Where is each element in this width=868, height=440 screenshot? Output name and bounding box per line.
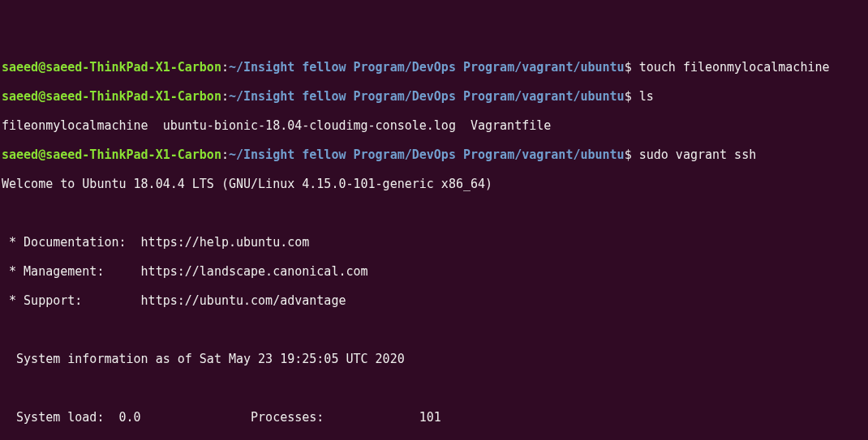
blank <box>2 323 866 337</box>
prompt-host: saeed-ThinkPad-X1-Carbon <box>45 147 221 162</box>
prompt-line-3[interactable]: saeed@saeed-ThinkPad-X1-Carbon:~/Insight… <box>2 147 866 162</box>
prompt-user: saeed <box>2 60 38 75</box>
doc-label: * Documentation: <box>2 235 141 250</box>
at: @ <box>38 60 45 75</box>
colon: : <box>221 147 229 162</box>
prompt-path: ~/Insight fellow Program/DevOps Program/… <box>229 147 625 162</box>
sysinfo-row: System load: 0.0 Processes: 101 <box>2 410 866 425</box>
colon: : <box>221 89 229 104</box>
cmd-touch: touch fileonmylocalmachine <box>639 60 830 75</box>
support-url[interactable]: https://ubuntu.com/advantage <box>141 293 346 308</box>
prompt-host: saeed-ThinkPad-X1-Carbon <box>45 60 221 75</box>
dollar: $ <box>625 89 639 104</box>
cmd-ssh: sudo vagrant ssh <box>639 147 757 162</box>
prompt-user: saeed <box>2 89 38 104</box>
prompt-user: saeed <box>2 147 38 162</box>
sysinfo-header: System information as of Sat May 23 19:2… <box>2 352 866 366</box>
at: @ <box>38 147 45 162</box>
blank <box>2 381 866 395</box>
mgmt-url[interactable]: https://landscape.canonical.com <box>141 264 368 279</box>
mgmt-label: * Management: <box>2 264 141 279</box>
prompt-path: ~/Insight fellow Program/DevOps Program/… <box>229 89 625 104</box>
prompt-host: saeed-ThinkPad-X1-Carbon <box>45 89 221 104</box>
support-link-line: * Support: https://ubuntu.com/advantage <box>2 293 866 308</box>
prompt-line-2[interactable]: saeed@saeed-ThinkPad-X1-Carbon:~/Insight… <box>2 89 866 104</box>
support-label: * Support: <box>2 293 141 308</box>
dollar: $ <box>625 147 639 162</box>
blank <box>2 206 866 220</box>
welcome-banner: Welcome to Ubuntu 18.04.4 LTS (GNU/Linux… <box>2 177 866 191</box>
doc-link-line: * Documentation: https://help.ubuntu.com <box>2 235 866 250</box>
prompt-path: ~/Insight fellow Program/DevOps Program/… <box>229 60 625 75</box>
ls-output-local: fileonmylocalmachine ubuntu-bionic-18.04… <box>2 118 866 133</box>
dollar: $ <box>625 60 639 75</box>
doc-url[interactable]: https://help.ubuntu.com <box>141 235 310 250</box>
prompt-line-1[interactable]: saeed@saeed-ThinkPad-X1-Carbon:~/Insight… <box>2 60 866 75</box>
at: @ <box>38 89 45 104</box>
colon: : <box>221 60 229 75</box>
mgmt-link-line: * Management: https://landscape.canonica… <box>2 264 866 279</box>
cmd-ls: ls <box>639 89 654 104</box>
